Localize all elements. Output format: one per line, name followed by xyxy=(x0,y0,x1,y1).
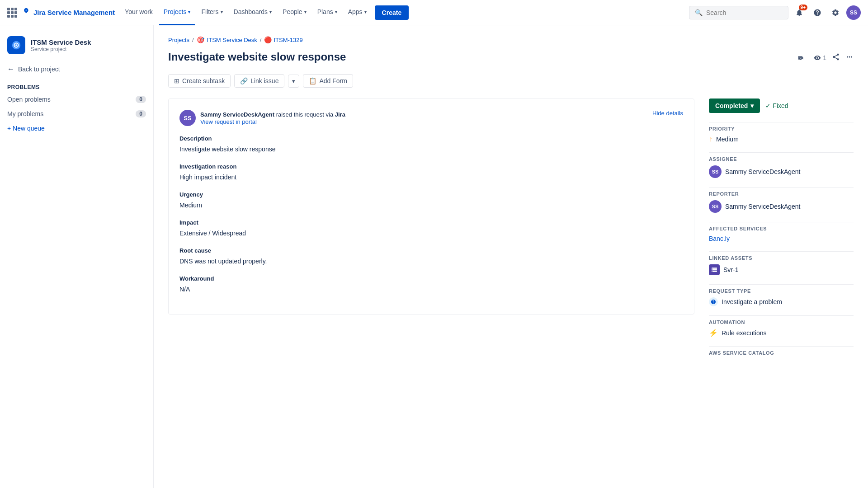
sidebar-item-label: Open problems xyxy=(7,96,51,103)
view-request-link[interactable]: View request in portal xyxy=(200,118,257,125)
assignee-value: SS Sammy ServiceDeskAgent xyxy=(709,165,854,178)
sidebar-item-my-problems[interactable]: My problems 0 xyxy=(0,107,153,121)
breadcrumb-projects[interactable]: Projects xyxy=(168,37,189,43)
completed-button[interactable]: Completed ▾ xyxy=(709,99,760,113)
priority-label: Priority xyxy=(709,126,854,131)
chevron-down-icon: ▾ xyxy=(221,9,223,14)
share-button[interactable] xyxy=(832,53,840,63)
nav-people[interactable]: People ▾ xyxy=(278,0,311,25)
notification-badge: 9+ xyxy=(799,5,807,10)
affected-services-label: Affected services xyxy=(709,226,854,231)
automation-label: Automation xyxy=(709,319,854,325)
main-content: Projects / 🎯 ITSM Service Desk / 🔴 ITSM-… xyxy=(154,25,868,488)
search-input[interactable] xyxy=(706,9,783,16)
field-root-cause: Root cause DNS was not updated properly. xyxy=(179,247,683,266)
nav-filters[interactable]: Filters ▾ xyxy=(197,0,227,25)
announce-button[interactable] xyxy=(794,51,808,65)
form-icon: 📋 xyxy=(309,77,316,84)
help-button[interactable] xyxy=(810,5,825,20)
issue-type-icon: 🔴 xyxy=(264,36,272,43)
requester-name: Sammy ServiceDeskAgent xyxy=(200,111,274,118)
sidebar-project-type: Service project xyxy=(31,46,91,52)
more-icon xyxy=(845,53,854,61)
field-value-impact: Extensive / Widespread xyxy=(179,229,683,238)
field-label-description: Description xyxy=(179,135,683,142)
field-urgency: Urgency Medium xyxy=(179,191,683,210)
notifications-button[interactable]: 9+ xyxy=(792,5,807,20)
more-options-button[interactable] xyxy=(845,53,854,63)
investigate-icon xyxy=(711,299,716,305)
issue-title: Investigate website slow response xyxy=(168,51,346,63)
sidebar-item-label: My problems xyxy=(7,110,43,117)
topnav: Jira Service Management Your work Projec… xyxy=(0,0,868,25)
nav-projects[interactable]: Projects ▾ xyxy=(159,0,195,25)
page-layout: ITSM Service Desk Service project ← Back… xyxy=(0,25,868,488)
sidebar-section-label: Problems xyxy=(0,80,153,92)
panel-affected-services: Affected services Banc.ly xyxy=(709,226,854,242)
affected-service-link[interactable]: Banc.ly xyxy=(709,235,730,242)
watch-button[interactable]: 1 xyxy=(814,54,826,61)
requester-text: Sammy ServiceDeskAgent raised this reque… xyxy=(200,111,345,118)
reporter-avatar: SS xyxy=(709,200,722,213)
eye-icon xyxy=(814,54,821,61)
assignee-avatar: SS xyxy=(709,165,722,178)
svg-point-2 xyxy=(15,44,17,46)
create-subtask-button[interactable]: ⊞ Create subtask xyxy=(168,74,231,88)
field-value-urgency: Medium xyxy=(179,201,683,210)
bolt-icon: ⚡ xyxy=(709,328,718,337)
divider xyxy=(709,284,854,285)
add-form-button[interactable]: 📋 Add Form xyxy=(303,74,353,88)
sidebar-item-open-problems[interactable]: Open problems 0 xyxy=(0,92,153,107)
hide-details-button[interactable]: Hide details xyxy=(652,110,683,117)
requester-avatar: SS xyxy=(179,110,196,126)
field-investigation-reason: Investigation reason High impact inciden… xyxy=(179,163,683,182)
watch-count: 1 xyxy=(823,54,826,61)
sidebar: ITSM Service Desk Service project ← Back… xyxy=(0,25,154,488)
new-queue-button[interactable]: + New queue xyxy=(0,121,153,136)
status-row: Completed ▾ ✓ Fixed xyxy=(709,99,854,113)
panel-request-type: Request Type Investigate a problem xyxy=(709,288,854,306)
field-label-root-cause: Root cause xyxy=(179,247,683,254)
nav-plans[interactable]: Plans ▾ xyxy=(313,0,342,25)
settings-button[interactable] xyxy=(828,5,843,20)
link-issue-button[interactable]: 🔗 Link issue xyxy=(234,74,284,88)
priority-value: ↑ Medium xyxy=(709,135,854,143)
assignee-label: Assignee xyxy=(709,156,854,162)
logo[interactable]: Jira Service Management xyxy=(7,8,115,18)
server-icon xyxy=(711,267,717,273)
request-type-value: Investigate a problem xyxy=(709,297,854,306)
megaphone-icon xyxy=(797,54,805,62)
chevron-down-icon: ▾ xyxy=(335,9,337,14)
divider xyxy=(709,152,854,153)
chevron-down-icon: ▾ xyxy=(304,9,307,14)
create-button[interactable]: Create xyxy=(375,5,409,20)
nav-dashboards[interactable]: Dashboards ▾ xyxy=(229,0,277,25)
sidebar-project-info: ITSM Service Desk Service project xyxy=(31,38,91,52)
back-to-project-button[interactable]: ← Back to project xyxy=(0,61,153,77)
field-label-workaround: Workaround xyxy=(179,275,683,282)
requester-row: SS Sammy ServiceDeskAgent raised this re… xyxy=(179,110,683,126)
service-desk-icon xyxy=(11,40,21,50)
breadcrumb-project[interactable]: ITSM Service Desk xyxy=(207,37,257,43)
field-value-investigation: High impact incident xyxy=(179,173,683,182)
field-description: Description Investigate website slow res… xyxy=(179,135,683,154)
breadcrumb-issue-id[interactable]: ITSM-1329 xyxy=(274,37,302,43)
help-icon xyxy=(813,9,821,17)
sidebar-item-badge: 0 xyxy=(136,96,146,103)
chevron-down-icon: ▾ xyxy=(750,102,754,109)
project-icon xyxy=(7,36,25,54)
avatar[interactable]: SS xyxy=(846,5,861,20)
requester-via-text: raised this request via xyxy=(276,111,335,118)
field-impact: Impact Extensive / Widespread xyxy=(179,219,683,238)
nav-your-work[interactable]: Your work xyxy=(120,0,157,25)
resolution-badge: ✓ Fixed xyxy=(765,102,788,109)
more-actions-dropdown[interactable]: ▾ xyxy=(288,75,299,88)
chevron-down-icon: ▾ xyxy=(188,9,190,14)
svg-point-0 xyxy=(25,9,27,11)
share-icon xyxy=(832,53,840,61)
link-icon: 🔗 xyxy=(240,77,248,84)
nav-apps[interactable]: Apps ▾ xyxy=(344,0,371,25)
search-box[interactable]: 🔍 xyxy=(689,6,788,19)
panel-assignee: Assignee SS Sammy ServiceDeskAgent xyxy=(709,156,854,178)
priority-up-icon: ↑ xyxy=(709,135,712,143)
